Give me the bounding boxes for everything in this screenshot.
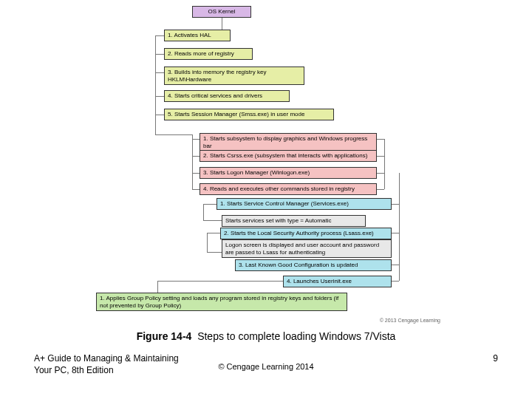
boot-flow-diagram: OS Kernel 1. Activates HAL 2. Reads more… (96, 6, 443, 324)
page-number: 9 (493, 353, 498, 364)
node-automatic-services: Starts services set with type = Automati… (222, 215, 366, 227)
node-logon-screen: Logon screen is displayed and user accou… (222, 239, 392, 258)
node-session-manager: 5. Starts Session Manager (Smss.exe) in … (164, 109, 334, 120)
node-group-policy: 1. Applies Group Policy setting and load… (96, 293, 347, 311)
node-userinit: 4. Launches Userinit.exe (283, 276, 392, 287)
node-csrss: 2. Starts Csrss.exe (subsystem that inte… (200, 150, 377, 162)
node-critical-services: 4. Starts critical services and drivers (164, 90, 290, 102)
node-services-exe: 1. Starts Service Control Manager (Servi… (216, 198, 392, 210)
node-reads-registry: 2. Reads more of registry (164, 48, 253, 60)
image-attribution: © 2013 Cengage Learning (380, 318, 440, 323)
figure-caption-text: Steps to complete loading Windows 7/Vist… (197, 330, 395, 342)
figure-caption: Figure 14-4 Steps to complete loading Wi… (0, 330, 532, 342)
figure-label: Figure 14-4 (137, 330, 192, 342)
node-hklm-hardware: 3. Builds into memory the registry key H… (164, 66, 304, 85)
node-registry-commands: 4. Reads and executes other commands sto… (200, 183, 377, 195)
node-lkgc: 3. Last Known Good Configuration is upda… (235, 259, 392, 271)
node-activates-hal: 1. Activates HAL (164, 30, 231, 41)
node-winlogon: 3. Starts Logon Manager (Winlogon.exe) (200, 167, 377, 179)
node-graphics-subsystem: 1. Starts subsystem to display graphics … (200, 133, 377, 151)
node-lsass: 2. Starts the Local Security Authority p… (220, 228, 392, 239)
node-os-kernel: OS Kernel (192, 6, 251, 18)
footer-copyright: © Cengage Learning 2014 (0, 362, 532, 371)
